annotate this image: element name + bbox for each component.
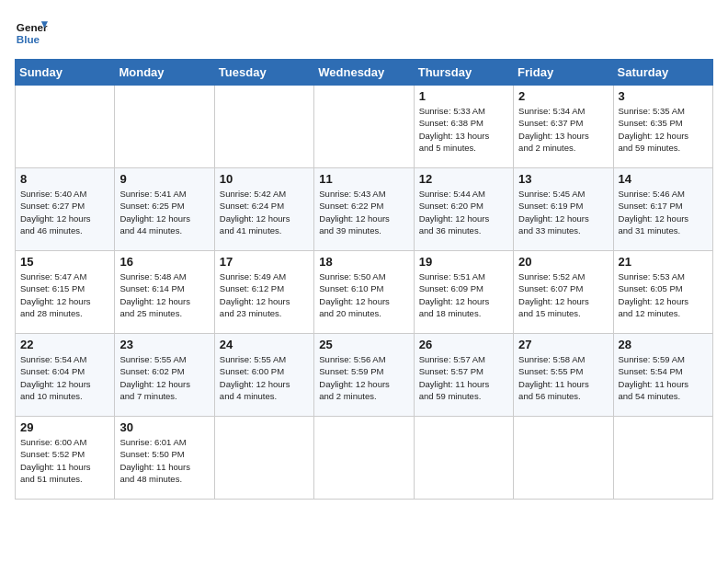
day-number: 3 [619, 89, 708, 103]
day-number: 16 [119, 255, 209, 269]
week-row-2: 8Sunrise: 5:40 AMSunset: 6:27 PMDaylight… [16, 168, 713, 251]
calendar-cell: 28Sunrise: 5:59 AMSunset: 5:54 PMDayligh… [613, 334, 712, 417]
calendar-header-row: SundayMondayTuesdayWednesdayThursdayFrid… [16, 60, 713, 86]
day-number: 28 [619, 338, 708, 351]
day-info: Sunrise: 5:43 AMSunset: 6:22 PMDaylight:… [319, 188, 408, 236]
calendar-cell: 2Sunrise: 5:34 AMSunset: 6:37 PMDaylight… [514, 86, 613, 168]
day-number: 27 [518, 338, 608, 351]
day-number: 8 [20, 172, 109, 186]
week-row-1: 1Sunrise: 5:33 AMSunset: 6:38 PMDaylight… [16, 86, 713, 168]
day-info: Sunrise: 5:34 AMSunset: 6:37 PMDaylight:… [518, 105, 608, 154]
day-header-thursday: Thursday [414, 60, 513, 86]
day-number: 10 [220, 172, 309, 186]
day-info: Sunrise: 5:40 AMSunset: 6:27 PMDaylight:… [20, 188, 109, 236]
day-info: Sunrise: 5:49 AMSunset: 6:12 PMDaylight:… [220, 270, 309, 319]
calendar-cell: 3Sunrise: 5:35 AMSunset: 6:35 PMDaylight… [613, 86, 712, 168]
day-info: Sunrise: 6:00 AMSunset: 5:52 PMDaylight:… [20, 436, 109, 485]
day-number: 24 [220, 338, 309, 351]
calendar-cell: 23Sunrise: 5:55 AMSunset: 6:02 PMDayligh… [115, 334, 214, 417]
calendar-cell [115, 86, 214, 168]
day-number: 17 [220, 255, 309, 269]
day-number: 30 [119, 420, 209, 434]
calendar-cell: 13Sunrise: 5:45 AMSunset: 6:19 PMDayligh… [514, 168, 613, 251]
day-number: 25 [319, 338, 408, 351]
day-info: Sunrise: 5:35 AMSunset: 6:35 PMDaylight:… [619, 105, 708, 154]
calendar-cell: 30Sunrise: 6:01 AMSunset: 5:50 PMDayligh… [115, 417, 214, 500]
day-info: Sunrise: 5:44 AMSunset: 6:20 PMDaylight:… [419, 188, 508, 236]
day-info: Sunrise: 5:47 AMSunset: 6:15 PMDaylight:… [20, 270, 109, 319]
calendar-cell: 26Sunrise: 5:57 AMSunset: 5:57 PMDayligh… [414, 334, 513, 417]
day-info: Sunrise: 6:01 AMSunset: 5:50 PMDaylight:… [119, 436, 209, 485]
calendar-cell [613, 417, 712, 500]
calendar-cell [214, 86, 313, 168]
day-info: Sunrise: 5:51 AMSunset: 6:09 PMDaylight:… [419, 270, 508, 319]
day-info: Sunrise: 5:41 AMSunset: 6:25 PMDaylight:… [119, 188, 209, 236]
day-number: 2 [518, 89, 608, 103]
day-header-saturday: Saturday [613, 60, 712, 86]
day-number: 26 [419, 338, 508, 351]
logo-icon: General Blue [15, 15, 48, 48]
day-header-sunday: Sunday [16, 60, 115, 86]
logo: General Blue [15, 15, 48, 48]
page-header: General Blue [15, 15, 713, 48]
calendar-cell: 8Sunrise: 5:40 AMSunset: 6:27 PMDaylight… [16, 168, 115, 251]
calendar-cell: 21Sunrise: 5:53 AMSunset: 6:05 PMDayligh… [613, 251, 712, 334]
day-header-wednesday: Wednesday [314, 60, 414, 86]
calendar-cell: 10Sunrise: 5:42 AMSunset: 6:24 PMDayligh… [214, 168, 313, 251]
calendar-cell: 14Sunrise: 5:46 AMSunset: 6:17 PMDayligh… [613, 168, 712, 251]
day-info: Sunrise: 5:48 AMSunset: 6:14 PMDaylight:… [119, 270, 209, 319]
calendar-cell [414, 417, 513, 500]
day-info: Sunrise: 5:45 AMSunset: 6:19 PMDaylight:… [518, 188, 608, 236]
week-row-3: 15Sunrise: 5:47 AMSunset: 6:15 PMDayligh… [16, 251, 713, 334]
day-number: 13 [518, 172, 608, 186]
calendar-cell: 18Sunrise: 5:50 AMSunset: 6:10 PMDayligh… [314, 251, 414, 334]
calendar-cell: 16Sunrise: 5:48 AMSunset: 6:14 PMDayligh… [115, 251, 214, 334]
day-number: 11 [319, 172, 408, 186]
day-number: 20 [518, 255, 608, 269]
day-number: 1 [419, 89, 508, 103]
day-info: Sunrise: 5:59 AMSunset: 5:54 PMDaylight:… [619, 353, 708, 402]
day-info: Sunrise: 5:57 AMSunset: 5:57 PMDaylight:… [419, 353, 508, 402]
calendar-cell [16, 86, 115, 168]
calendar-cell: 9Sunrise: 5:41 AMSunset: 6:25 PMDaylight… [115, 168, 214, 251]
day-header-friday: Friday [514, 60, 613, 86]
calendar-cell: 22Sunrise: 5:54 AMSunset: 6:04 PMDayligh… [16, 334, 115, 417]
calendar-cell: 29Sunrise: 6:00 AMSunset: 5:52 PMDayligh… [16, 417, 115, 500]
calendar-cell: 20Sunrise: 5:52 AMSunset: 6:07 PMDayligh… [514, 251, 613, 334]
calendar-cell: 25Sunrise: 5:56 AMSunset: 5:59 PMDayligh… [314, 334, 414, 417]
week-row-4: 22Sunrise: 5:54 AMSunset: 6:04 PMDayligh… [16, 334, 713, 417]
day-info: Sunrise: 5:50 AMSunset: 6:10 PMDaylight:… [319, 270, 408, 319]
calendar-table: SundayMondayTuesdayWednesdayThursdayFrid… [15, 59, 713, 500]
svg-text:Blue: Blue [17, 33, 40, 45]
calendar-cell: 27Sunrise: 5:58 AMSunset: 5:55 PMDayligh… [514, 334, 613, 417]
calendar-cell: 1Sunrise: 5:33 AMSunset: 6:38 PMDaylight… [414, 86, 513, 168]
calendar-cell: 11Sunrise: 5:43 AMSunset: 6:22 PMDayligh… [314, 168, 414, 251]
calendar-cell: 19Sunrise: 5:51 AMSunset: 6:09 PMDayligh… [414, 251, 513, 334]
day-number: 29 [20, 420, 109, 434]
day-number: 19 [419, 255, 508, 269]
day-info: Sunrise: 5:55 AMSunset: 6:02 PMDaylight:… [119, 353, 209, 402]
day-number: 12 [419, 172, 508, 186]
calendar-cell [314, 417, 414, 500]
week-row-5: 29Sunrise: 6:00 AMSunset: 5:52 PMDayligh… [16, 417, 713, 500]
day-info: Sunrise: 5:42 AMSunset: 6:24 PMDaylight:… [220, 188, 309, 236]
calendar-cell: 15Sunrise: 5:47 AMSunset: 6:15 PMDayligh… [16, 251, 115, 334]
calendar-cell [214, 417, 313, 500]
calendar-cell [514, 417, 613, 500]
day-number: 22 [20, 338, 109, 351]
day-number: 14 [619, 172, 708, 186]
day-info: Sunrise: 5:55 AMSunset: 6:00 PMDaylight:… [220, 353, 309, 402]
day-header-tuesday: Tuesday [214, 60, 313, 86]
day-info: Sunrise: 5:33 AMSunset: 6:38 PMDaylight:… [419, 105, 508, 154]
day-number: 21 [619, 255, 708, 269]
day-info: Sunrise: 5:46 AMSunset: 6:17 PMDaylight:… [619, 188, 708, 236]
day-number: 9 [119, 172, 209, 186]
day-header-monday: Monday [115, 60, 214, 86]
day-info: Sunrise: 5:58 AMSunset: 5:55 PMDaylight:… [518, 353, 608, 402]
day-info: Sunrise: 5:56 AMSunset: 5:59 PMDaylight:… [319, 353, 408, 402]
calendar-cell: 12Sunrise: 5:44 AMSunset: 6:20 PMDayligh… [414, 168, 513, 251]
day-number: 23 [119, 338, 209, 351]
calendar-cell: 24Sunrise: 5:55 AMSunset: 6:00 PMDayligh… [214, 334, 313, 417]
day-number: 18 [319, 255, 408, 269]
calendar-body: 1Sunrise: 5:33 AMSunset: 6:38 PMDaylight… [16, 86, 713, 500]
